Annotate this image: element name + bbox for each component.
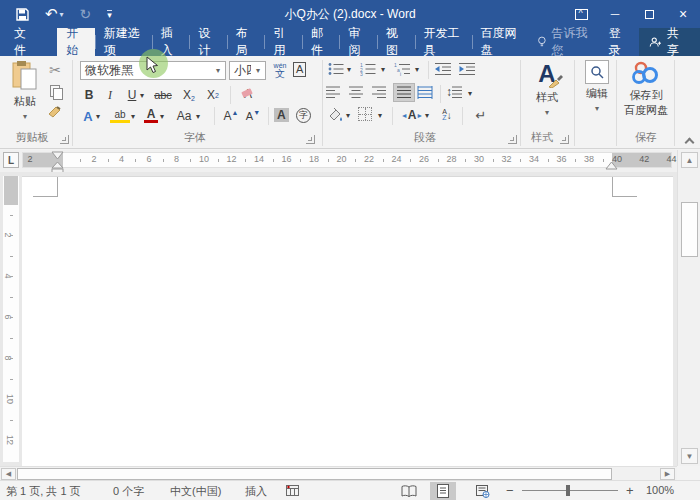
align-right-button[interactable] [372, 86, 387, 99]
multilevel-list-button[interactable]: 1ai [394, 62, 410, 76]
asian-layout-button[interactable]: ◄A► [400, 107, 424, 123]
grow-font-button[interactable]: A▲ [222, 108, 240, 124]
print-layout-button[interactable] [430, 482, 456, 500]
bold-button[interactable]: B [82, 87, 96, 103]
word-count[interactable]: 0 个字 [113, 484, 144, 499]
bullets-caret-icon[interactable]: ▾ [347, 67, 351, 73]
maximize-button[interactable] [632, 0, 666, 28]
clipboard-dialog-launcher[interactable] [60, 135, 69, 144]
web-layout-button[interactable] [470, 482, 496, 500]
superscript-button[interactable]: X2 [204, 87, 222, 103]
asian-layout-caret-icon[interactable]: ▾ [425, 113, 429, 119]
shrink-font-button[interactable]: A▼ [244, 108, 262, 124]
read-mode-button[interactable] [396, 482, 422, 500]
align-left-button[interactable] [326, 86, 341, 99]
borders-button[interactable] [358, 107, 372, 121]
vertical-ruler[interactable]: 24681012 [3, 176, 19, 462]
shading-caret-icon[interactable]: ▾ [346, 113, 350, 119]
align-center-button[interactable] [349, 86, 364, 99]
tab-file[interactable]: 文件 [0, 28, 49, 56]
show-hide-marks-button[interactable]: ↵ [472, 107, 490, 123]
vertical-scroll-thumb[interactable] [681, 202, 698, 257]
clear-formatting-button[interactable]: A [238, 85, 258, 103]
collapse-ribbon-button[interactable] [682, 134, 696, 146]
sort-button[interactable]: AZ↓ [438, 107, 456, 123]
paragraph-dialog-launcher[interactable] [508, 135, 517, 144]
zoom-out-button[interactable]: − [506, 483, 514, 498]
distribute-button[interactable] [417, 86, 433, 99]
increase-indent-button[interactable] [458, 62, 476, 76]
sign-in-button[interactable]: 登录 [599, 28, 639, 56]
zoom-in-button[interactable]: + [626, 483, 634, 498]
decrease-indent-button[interactable] [434, 62, 452, 76]
zoom-level[interactable]: 100% [646, 484, 674, 496]
tab-审阅[interactable]: 审阅 [339, 28, 377, 56]
font-size-combo[interactable]: 小四 ▾ [229, 61, 266, 80]
page-indicator[interactable]: 第 1 页, 共 1 页 [6, 484, 81, 499]
tab-邮件[interactable]: 邮件 [302, 28, 340, 56]
save-to-baidu-button[interactable]: 保存到 百度网盘 [620, 60, 672, 118]
font-color-button[interactable]: A [144, 108, 158, 123]
document-page[interactable] [22, 176, 673, 466]
language-indicator[interactable]: 中文(中国) [170, 484, 221, 499]
phonetic-guide-button[interactable]: wén 文 [271, 60, 289, 80]
format-painter-button[interactable] [46, 104, 64, 120]
tab-开始[interactable]: 开始 [57, 28, 95, 56]
tab-引用[interactable]: 引用 [264, 28, 302, 56]
tell-me-box[interactable]: 告诉我您 [529, 28, 599, 56]
styles-button[interactable]: A 样式 ▾ [526, 60, 568, 117]
editing-button[interactable]: 编辑 ▾ [578, 60, 616, 113]
font-size-caret-icon[interactable]: ▾ [251, 66, 265, 75]
right-indent-marker[interactable] [605, 161, 618, 170]
text-effects-button[interactable]: A [80, 108, 96, 124]
tab-百度网盘[interactable]: 百度网盘 [472, 28, 529, 56]
multilevel-list-caret-icon[interactable]: ▾ [415, 67, 419, 73]
change-case-caret-icon[interactable]: ▾ [196, 114, 200, 120]
horizontal-scrollbar[interactable]: ◀ ▶ [0, 466, 677, 480]
tab-视图[interactable]: 视图 [377, 28, 415, 56]
font-name-caret-icon[interactable]: ▾ [211, 66, 225, 75]
text-highlight-caret-icon[interactable]: ▾ [131, 114, 135, 120]
line-spacing-button[interactable]: ↕ [446, 85, 463, 99]
underline-caret-icon[interactable]: ▾ [140, 93, 144, 99]
tab-stop-selector[interactable]: L [3, 152, 19, 168]
minimize-button[interactable]: ─ [598, 0, 632, 28]
underline-button[interactable]: U [126, 87, 138, 103]
ribbon-display-options-button[interactable] [564, 0, 598, 28]
scroll-right-button[interactable]: ▶ [660, 468, 675, 480]
scroll-down-button[interactable]: ▼ [681, 448, 698, 464]
close-button[interactable]: × [666, 0, 700, 28]
character-border-button[interactable]: A [293, 62, 306, 77]
change-case-button[interactable]: Aa [174, 108, 194, 124]
tab-设计[interactable]: 设计 [189, 28, 227, 56]
scroll-up-button[interactable]: ▲ [681, 152, 698, 168]
insert-mode-indicator[interactable]: 插入 [245, 484, 267, 499]
vertical-scrollbar[interactable]: ▲ ▼ [677, 150, 700, 466]
tab-布局[interactable]: 布局 [227, 28, 265, 56]
tab-开发工具[interactable]: 开发工具 [415, 28, 472, 56]
borders-caret-icon[interactable]: ▾ [378, 113, 382, 119]
subscript-button[interactable]: X2 [180, 87, 198, 103]
zoom-slider-thumb[interactable] [566, 485, 570, 496]
paste-button[interactable]: 粘贴 ▾ [6, 60, 44, 121]
bullets-button[interactable] [328, 62, 344, 76]
zoom-slider-track[interactable] [522, 490, 618, 491]
justify-button[interactable] [393, 83, 415, 102]
scroll-left-button[interactable]: ◀ [1, 468, 16, 480]
horizontal-ruler[interactable]: 2246810121416182022242628303234363840424… [22, 152, 672, 168]
strikethrough-button[interactable]: abc [152, 87, 174, 103]
font-color-caret-icon[interactable]: ▾ [160, 114, 164, 120]
character-shading-button[interactable]: A [274, 108, 289, 122]
enclose-characters-button[interactable]: 字 [296, 108, 311, 123]
copy-button[interactable] [48, 84, 62, 98]
numbering-caret-icon[interactable]: ▾ [381, 67, 385, 73]
text-highlight-button[interactable]: ab [110, 109, 130, 123]
italic-button[interactable]: I [104, 87, 116, 103]
font-dialog-launcher[interactable] [306, 135, 315, 144]
cut-button[interactable]: ✂ [46, 62, 64, 78]
shading-button[interactable] [327, 107, 344, 123]
numbering-button[interactable]: 123 [360, 62, 376, 76]
first-line-indent-marker[interactable] [51, 151, 64, 160]
share-button[interactable]: 共享 [639, 28, 700, 56]
line-spacing-caret-icon[interactable]: ▾ [468, 91, 472, 97]
